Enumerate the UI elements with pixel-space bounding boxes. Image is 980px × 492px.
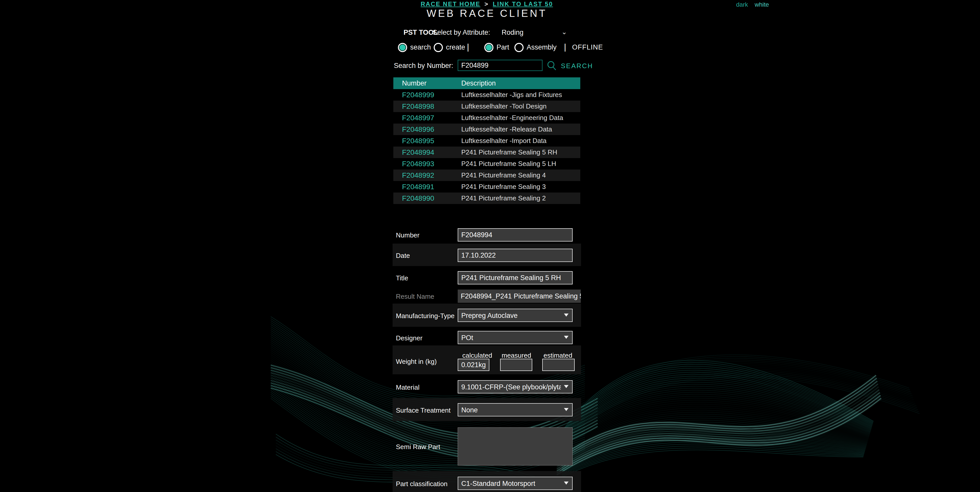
part-description: Luftkesselhalter -Import Data — [461, 137, 547, 145]
part-description: Luftkesselhalter -Engineering Data — [461, 114, 563, 122]
material-select[interactable]: 9.1001-CFRP-(See plybook/plytab... — [458, 380, 573, 394]
part-number-link[interactable]: F2048998 — [393, 102, 461, 111]
part-description: P241 Pictureframe Sealing 3 — [461, 183, 546, 191]
mode-separator: | — [467, 42, 469, 52]
semi-raw-part-textarea[interactable] — [458, 427, 573, 465]
breadcrumb-last50-link[interactable]: LINK TO LAST 50 — [493, 0, 553, 7]
weight-measured-input[interactable] — [500, 359, 532, 371]
manufacturing-type-select[interactable]: Prepreg Autoclave — [458, 309, 573, 322]
mode-separator-2: | — [564, 42, 566, 52]
part-description: P241 Pictureframe Sealing 5 LH — [461, 160, 556, 168]
part-number-link[interactable]: F2048995 — [393, 137, 461, 145]
semi-raw-part-label: Semi Raw Part — [396, 443, 440, 451]
radio-part-label[interactable]: Part — [496, 43, 509, 51]
dropdown-arrow-icon — [564, 481, 568, 485]
chevron-down-icon: ⌄ — [562, 28, 567, 36]
result-name-field: F2048994_P241 Pictureframe Sealing 5 RH — [458, 289, 581, 303]
part-classification-value: C1-Standard Motorsport — [461, 480, 535, 488]
date-label: Date — [396, 252, 410, 260]
part-description: Luftkesselhalter -Tool Design — [461, 102, 547, 110]
toolbar: PST TOOL Select by Attribute: Roding ⌄ — [393, 29, 580, 39]
weight-estimated-header: estimated — [544, 352, 573, 359]
designer-select[interactable]: POt — [458, 331, 573, 344]
theme-white-link[interactable]: white — [755, 1, 769, 8]
part-number-link[interactable]: F2048992 — [393, 171, 461, 179]
result-name-label: Result Name — [396, 293, 434, 300]
part-number-link[interactable]: F2048994 — [393, 148, 461, 157]
offline-status: OFFLINE — [572, 43, 603, 51]
part-number-link[interactable]: F2048991 — [393, 183, 461, 191]
attribute-select-value: Roding — [502, 29, 523, 37]
manufacturing-type-value: Prepreg Autoclave — [461, 312, 518, 320]
search-button-label: SEARCH — [561, 62, 593, 70]
surface-treatment-select[interactable]: None — [458, 403, 573, 416]
page-title: WEB RACE CLIENT — [393, 8, 580, 19]
select-by-attribute-label: Select by Attribute: — [433, 29, 490, 37]
part-number-link[interactable]: F2048990 — [393, 194, 461, 203]
search-input[interactable] — [458, 60, 542, 71]
theme-dark-link[interactable]: dark — [736, 1, 748, 8]
part-description: Luftkesselhalter -Jigs and Fixtures — [461, 91, 562, 99]
table-row[interactable]: F2048994P241 Pictureframe Sealing 5 RH — [393, 146, 580, 158]
dropdown-arrow-icon — [564, 408, 568, 411]
radio-part[interactable] — [484, 43, 493, 52]
surface-treatment-value: None — [461, 406, 478, 414]
radio-create-label[interactable]: create — [446, 43, 465, 51]
attribute-select[interactable]: Roding ⌄ — [502, 27, 570, 38]
weight-estimated-input[interactable] — [542, 359, 575, 371]
part-classification-label: Part classification — [396, 480, 447, 488]
radio-create[interactable] — [434, 43, 443, 52]
part-number-link[interactable]: F2048999 — [393, 91, 461, 99]
number-field[interactable] — [458, 228, 573, 241]
table-row[interactable]: F2048990P241 Pictureframe Sealing 2 — [393, 192, 580, 204]
table-row[interactable]: F2048999Luftkesselhalter -Jigs and Fixtu… — [393, 89, 580, 101]
part-description: P241 Pictureframe Sealing 4 — [461, 171, 546, 179]
weight-measured-header: measured — [502, 352, 531, 359]
designer-label: Designer — [396, 334, 422, 342]
part-number-link[interactable]: F2048993 — [393, 160, 461, 168]
mode-radio-row: search create | Part Assembly | OFFLINE — [393, 42, 580, 54]
weight-calculated-header: calculated — [462, 352, 492, 359]
column-header-description: Description — [461, 79, 496, 87]
dropdown-arrow-icon — [564, 314, 568, 317]
dropdown-arrow-icon — [564, 385, 568, 388]
part-number-link[interactable]: F2048997 — [393, 114, 461, 122]
table-row[interactable]: F2048997Luftkesselhalter -Engineering Da… — [393, 112, 580, 124]
breadcrumb-home-link[interactable]: RACE NET HOME — [421, 0, 480, 7]
radio-assembly[interactable] — [514, 43, 523, 52]
title-field[interactable] — [458, 271, 573, 284]
part-description: Luftkesselhalter -Release Data — [461, 125, 552, 133]
number-label: Number — [396, 231, 419, 239]
table-row[interactable]: F2048998Luftkesselhalter -Tool Design — [393, 101, 580, 112]
radio-search[interactable] — [398, 43, 407, 52]
results-table: Number Description F2048999Luftkesselhal… — [393, 77, 580, 204]
main-column: RACE NET HOME>LINK TO LAST 50 WEB RACE C… — [393, 0, 580, 492]
table-row[interactable]: F2048996Luftkesselhalter -Release Data — [393, 124, 580, 135]
search-row: Search by Number: SEARCH — [393, 60, 580, 73]
radio-search-label[interactable]: search — [410, 43, 431, 51]
material-label: Material — [396, 384, 419, 391]
table-row[interactable]: F2048992P241 Pictureframe Sealing 4 — [393, 170, 580, 181]
web-race-client-page: darkwhite RACE NET HOME>LINK TO LAST 50 … — [0, 0, 980, 492]
part-classification-select[interactable]: C1-Standard Motorsport — [458, 477, 573, 490]
results-table-header: Number Description — [393, 77, 580, 89]
dropdown-arrow-icon — [564, 336, 568, 339]
surface-treatment-label: Surface Treatment — [396, 406, 450, 414]
radio-assembly-label[interactable]: Assembly — [527, 43, 557, 51]
search-button[interactable]: SEARCH — [547, 60, 593, 71]
breadcrumb-separator: > — [485, 0, 489, 7]
breadcrumb: RACE NET HOME>LINK TO LAST 50 — [393, 0, 580, 8]
part-number-link[interactable]: F2048996 — [393, 125, 461, 133]
date-field[interactable] — [458, 249, 573, 262]
theme-switcher: darkwhite — [736, 1, 769, 8]
part-description: P241 Pictureframe Sealing 5 RH — [461, 148, 557, 156]
table-row[interactable]: F2048995Luftkesselhalter -Import Data — [393, 135, 580, 146]
column-header-number: Number — [393, 79, 461, 87]
search-icon — [547, 60, 557, 71]
table-row[interactable]: F2048993P241 Pictureframe Sealing 5 LH — [393, 158, 580, 170]
weight-calculated-input[interactable] — [458, 359, 489, 371]
table-row[interactable]: F2048991P241 Pictureframe Sealing 3 — [393, 181, 580, 192]
part-description: P241 Pictureframe Sealing 2 — [461, 194, 546, 202]
designer-value: POt — [461, 334, 473, 342]
title-label: Title — [396, 274, 408, 282]
